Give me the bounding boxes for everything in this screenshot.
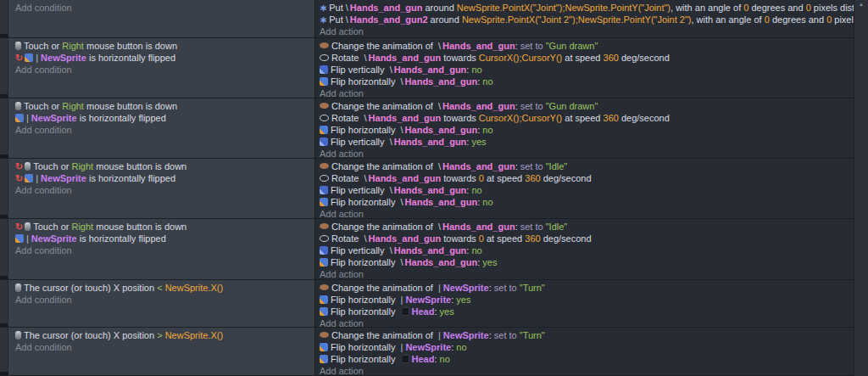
text-segment: 0 xyxy=(743,3,748,13)
event-gutter[interactable] xyxy=(0,38,8,98)
text-segment: 0 xyxy=(479,173,484,183)
event-gutter[interactable] xyxy=(0,98,8,158)
gun-object-thumbnail: \ xyxy=(346,2,348,14)
text-segment: Hands_and_gun xyxy=(369,113,442,123)
action-line[interactable]: Flip horizontally |NewSprite: no xyxy=(320,341,854,353)
action-line[interactable]: Flip horizontally |NewSprite: yes xyxy=(320,294,854,306)
text-segment: set to xyxy=(520,101,543,111)
condition-line[interactable]: Touch or Right mouse button is down xyxy=(15,40,314,52)
action-line[interactable]: Rotate \Hands_and_gun towards CursorX();… xyxy=(320,112,854,124)
text-segment: yes xyxy=(456,295,470,305)
action-line[interactable]: ∗Put \Hands_and_gun around NewSprite.Poi… xyxy=(320,2,854,14)
action-line[interactable]: Flip horizontally \Hands_and_gun: yes xyxy=(320,256,854,268)
add-action-button[interactable]: Add action xyxy=(320,87,854,98)
mouse-icon xyxy=(15,331,21,340)
event-gutter[interactable] xyxy=(0,0,8,37)
add-condition-button[interactable]: Add condition xyxy=(15,64,314,76)
text-segment: NewSprite xyxy=(443,330,489,340)
add-action-button[interactable]: Add action xyxy=(320,208,854,218)
action-line[interactable]: Flip horizontally \Hands_and_gun: no xyxy=(320,124,854,136)
action-line[interactable]: Change the animation of \Hands_and_gun: … xyxy=(320,221,854,233)
event-gutter[interactable] xyxy=(0,280,8,327)
event-gutter[interactable] xyxy=(0,219,8,279)
gun-object-thumbnail: \ xyxy=(438,221,441,233)
text-segment: NewSprite xyxy=(31,113,77,123)
text-segment: Hands_and_gun xyxy=(405,125,478,135)
rotate-icon xyxy=(320,235,329,242)
text-segment: Hands_and_gun xyxy=(369,233,442,244)
action-line[interactable]: Change the animation of \Hands_and_gun: … xyxy=(320,160,854,172)
scroll-up-button[interactable]: ▲ xyxy=(859,0,864,8)
add-action-button[interactable]: Add action xyxy=(320,148,854,158)
text-segment: no xyxy=(482,125,492,135)
gun-object-thumbnail: \ xyxy=(390,64,392,76)
add-action-button[interactable]: Add action xyxy=(320,25,854,37)
event-row: ↻Touch or Right mouse button is down|New… xyxy=(0,219,854,280)
text-segment: NewSprite.X() xyxy=(165,330,223,340)
text-segment: Head xyxy=(412,354,435,364)
action-line[interactable]: Flip vertically \Hands_and_gun: no xyxy=(320,184,854,196)
text-segment: 360 xyxy=(604,113,619,123)
actions-panel: Change the animation of \Hands_and_gun: … xyxy=(315,38,854,98)
text-segment: 0 xyxy=(479,233,484,244)
flip-horizontal-icon xyxy=(15,234,24,243)
action-line[interactable]: Change the animation of \Hands_and_gun: … xyxy=(320,40,854,52)
action-line[interactable]: Rotate \Hands_and_gun towards 0 at speed… xyxy=(320,233,854,244)
flip-horizontal-icon xyxy=(25,174,33,182)
action-line[interactable]: Change the animation of |NewSprite: set … xyxy=(320,329,854,341)
action-line[interactable]: Rotate \Hands_and_gun towards CursorX();… xyxy=(320,52,854,64)
action-line[interactable]: Flip vertically \Hands_and_gun: no xyxy=(320,64,854,76)
text-segment: yes xyxy=(482,257,497,267)
mouse-icon xyxy=(15,283,21,292)
condition-line[interactable]: |NewSprite is horizontally flipped xyxy=(15,112,314,124)
scrollbar[interactable]: ▲ xyxy=(854,0,868,376)
action-line[interactable]: Flip vertically \Hands_and_gun: yes xyxy=(320,136,854,148)
action-line[interactable]: Flip vertically \Hands_and_gun: no xyxy=(320,244,854,256)
condition-line[interactable]: ↻|NewSprite is horizontally flipped xyxy=(15,172,314,184)
add-condition-button[interactable]: Add condition xyxy=(15,124,314,136)
text-segment: NewSprite xyxy=(41,53,86,63)
add-action-button[interactable]: Add action xyxy=(320,317,854,327)
sprite-object-thumbnail: | xyxy=(401,341,403,353)
action-line[interactable]: Change the animation of |NewSprite: set … xyxy=(320,282,854,294)
action-line[interactable]: Flip horizontally Head: no xyxy=(320,353,854,365)
event-gutter[interactable] xyxy=(0,159,8,218)
action-line[interactable]: Rotate \Hands_and_gun towards 0 at speed… xyxy=(320,172,854,184)
condition-line[interactable]: The cursor (or touch) X position > NewSp… xyxy=(15,329,314,341)
add-action-button[interactable]: Add action xyxy=(320,365,854,375)
condition-line[interactable]: ↻|NewSprite is horizontally flipped xyxy=(15,52,314,64)
conditions-panel: The cursor (or touch) X position < NewSp… xyxy=(8,280,315,327)
flip-horizontal-icon xyxy=(15,114,24,122)
event-gutter[interactable] xyxy=(0,328,8,375)
text-segment: set to xyxy=(494,283,517,293)
rotate-icon xyxy=(320,175,329,182)
add-condition-button[interactable]: Add condition xyxy=(15,244,314,256)
text-segment: Right xyxy=(62,101,84,111)
add-condition-button[interactable]: Add condition xyxy=(15,341,314,353)
add-action-button[interactable]: Add action xyxy=(320,268,854,279)
condition-line[interactable]: ↻Touch or Right mouse button is down xyxy=(15,221,314,233)
condition-line[interactable]: The cursor (or touch) X position < NewSp… xyxy=(15,282,314,294)
gun-object-thumbnail: \ xyxy=(390,244,392,256)
action-line[interactable]: ∗Put \Hands_and_gun2 around NewSprite.Po… xyxy=(320,14,854,25)
text-segment: Hands_and_gun xyxy=(394,245,467,255)
action-line[interactable]: Change the animation of \Hands_and_gun: … xyxy=(320,100,854,112)
add-condition-button[interactable]: Add condition xyxy=(15,294,314,306)
actions-panel: ∗Put \Hands_and_gun around NewSprite.Poi… xyxy=(315,0,854,37)
condition-line[interactable]: ↻Touch or Right mouse button is down xyxy=(15,160,314,172)
text-segment: Hands_and_gun2 xyxy=(350,14,428,25)
add-condition-button[interactable]: Add condition xyxy=(15,184,314,196)
action-line[interactable]: Flip horizontally \Hands_and_gun: no xyxy=(320,76,854,87)
text-segment: NewSprite.X() xyxy=(165,283,223,293)
add-condition-button[interactable]: Add condition xyxy=(15,2,314,14)
action-line[interactable]: Flip horizontally \Hands_and_gun: no xyxy=(320,196,854,208)
conditions-panel: ↻Touch or Right mouse button is down↻|Ne… xyxy=(8,159,315,218)
text-segment: NewSprite xyxy=(405,342,451,352)
text-segment: Hands_and_gun xyxy=(394,137,467,147)
condition-line[interactable]: Touch or Right mouse button is down xyxy=(15,100,314,112)
actions-panel: Change the animation of |NewSprite: set … xyxy=(315,280,854,327)
action-line[interactable]: Flip horizontally Head: yes xyxy=(320,306,854,317)
flip-horizontal-icon xyxy=(320,126,328,134)
condition-line[interactable]: |NewSprite is horizontally flipped xyxy=(15,233,314,244)
animation-icon xyxy=(320,103,329,109)
